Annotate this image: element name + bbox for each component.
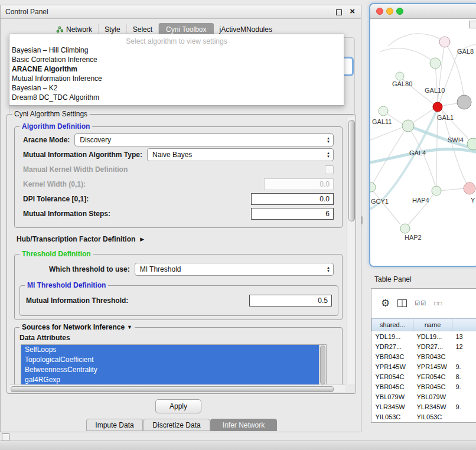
settings-horizontal-scrollbar[interactable]	[9, 384, 345, 392]
cyni-settings-group: Cyni Algorithm Settings Algorithm Defini…	[6, 114, 356, 394]
select-checked-icon[interactable]: ☑☑	[415, 300, 426, 306]
node-label[interactable]: HAP2	[405, 234, 422, 241]
column-layout-icon[interactable]	[397, 299, 407, 307]
algorithm-option[interactable]: Bayesian – Hill Climbing	[9, 45, 344, 55]
network-thick-edges	[370, 111, 476, 209]
mi-type-select[interactable]: Naive Bayes ▲▼	[147, 148, 334, 161]
node-attribute-table: shared... name YDL19...YDL19...13 YDR27.…	[371, 318, 476, 422]
mi-threshold-input[interactable]: 0.5	[249, 295, 332, 306]
which-threshold-label: Which threshold to use:	[49, 265, 130, 273]
node-label[interactable]: GAL11	[372, 118, 392, 125]
column-header-name[interactable]: name	[413, 319, 452, 331]
table-row[interactable]: YDR27...YDR27...12	[372, 341, 476, 351]
collapse-down-icon[interactable]: ▼	[127, 323, 132, 331]
table-row[interactable]: YBR043CYBR043C	[372, 351, 476, 361]
kernel-width-label: Kernel Width (0,1):	[23, 180, 86, 188]
apply-button[interactable]: Apply	[155, 399, 201, 413]
mi-threshold-label: Mutual Information Threshold:	[26, 296, 128, 305]
threshold-definition-group: Threshold Definition Which threshold to …	[14, 254, 343, 320]
hub-section-label: Hub/Transcription Factor Definition	[17, 235, 135, 243]
table-toolbar: ⚙ ☑☑ □□	[371, 289, 476, 318]
table-row[interactable]: YER054CYER054C8.	[372, 371, 476, 381]
settings-vertical-scrollbar[interactable]	[347, 117, 355, 384]
dpi-tolerance-input[interactable]: 0.0	[251, 193, 334, 205]
list-item[interactable]: BetweennessCentrality	[21, 365, 319, 375]
table-row[interactable]: YBR045CYBR045C9.	[372, 381, 476, 392]
node-circle-gal80[interactable]	[396, 72, 404, 80]
node-circle-gray[interactable]	[457, 95, 471, 109]
table-row[interactable]: YLR345WYLR345W9.	[372, 402, 476, 412]
manual-kernel-label: Manual Kernel Width Definition	[23, 165, 128, 174]
table-header-extra[interactable]	[452, 319, 476, 331]
algorithm-option[interactable]: Dream8 DC_TDC Algorithm	[9, 93, 344, 102]
close-traffic-light[interactable]	[376, 8, 383, 15]
aracne-mode-select[interactable]: Discovery ▲▼	[74, 133, 334, 146]
tab-infer-network[interactable]: Infer Network	[210, 419, 277, 431]
control-panel-window: Control Panel × Network Style Select	[0, 5, 361, 432]
settings-gear-icon[interactable]: ⚙	[381, 298, 390, 308]
table-panel-title: Table Panel	[374, 275, 412, 283]
node-circle-pink-top[interactable]	[439, 37, 450, 47]
node-circle-hap4[interactable]	[432, 186, 441, 195]
node-circle-pink-right[interactable]	[464, 182, 475, 194]
table-row[interactable]: YPR145WYPR145W9.	[372, 361, 476, 371]
data-attributes-label: Data Attributes	[19, 334, 70, 342]
algorithm-option[interactable]: Basic Correlation Inference	[9, 55, 344, 64]
node-circle-green[interactable]	[430, 58, 441, 69]
combo-arrows-icon: ▲▼	[327, 266, 330, 273]
node-label[interactable]: GAL1	[437, 114, 454, 121]
node-label[interactable]: HAP4	[412, 197, 429, 204]
kernel-width-input[interactable]: 0.0	[264, 178, 334, 190]
which-threshold-select[interactable]: MI Threshold ▲▼	[135, 263, 334, 276]
list-scrollbar[interactable]	[319, 345, 326, 385]
table-row[interactable]: YIL053CYIL053C	[372, 412, 476, 422]
list-item[interactable]: TopologicalCoefficient	[21, 355, 319, 365]
mi-steps-input[interactable]: 6	[251, 208, 334, 220]
node-circle-gal10-red[interactable]	[433, 102, 442, 112]
node-circle-swi4[interactable]	[467, 138, 476, 150]
select-unchecked-icon[interactable]: □□	[434, 300, 442, 306]
algorithm-option-selected[interactable]: ARACNE Algorithm	[9, 64, 344, 74]
algorithm-option[interactable]: Mutual Information Inference	[9, 74, 344, 83]
zoom-traffic-light[interactable]	[396, 8, 403, 15]
table-row[interactable]: YBL079WYBL079W	[372, 392, 476, 402]
node-circle-hap2[interactable]	[400, 224, 410, 233]
control-panel-title: Control Panel	[5, 8, 48, 16]
manual-kernel-checkbox[interactable]	[325, 165, 334, 174]
node-circle-gal11[interactable]	[379, 106, 388, 116]
node-label[interactable]: Y	[471, 197, 475, 204]
list-item[interactable]: gal4RGexp	[21, 375, 319, 385]
node-label[interactable]: GAL10	[425, 87, 445, 94]
node-label[interactable]: GCY1	[371, 198, 389, 205]
minimize-traffic-light[interactable]	[386, 8, 393, 15]
scrollbar-thumb[interactable]	[11, 386, 334, 392]
tab-discretize-data[interactable]: Discretize Data	[143, 419, 210, 431]
scrollbar-thumb[interactable]	[348, 120, 355, 221]
aracne-mode-label: Aracne Mode:	[23, 136, 70, 144]
float-window-icon[interactable]	[336, 9, 342, 15]
node-label[interactable]: SWI4	[448, 136, 464, 144]
network-canvas[interactable]: GAL8 GAL80 GAL10 GAL11 GAL1 SWI4 GAL4 GC…	[370, 19, 476, 266]
network-tab-icon	[56, 26, 63, 33]
close-icon[interactable]: ×	[350, 6, 355, 16]
algorithm-definition-group: Algorithm Definition Aracne Mode: Discov…	[14, 126, 343, 228]
panel-dock-icon[interactable]	[2, 433, 9, 441]
node-circle-gal1[interactable]	[402, 120, 414, 132]
mi-steps-label: Mutual Information Steps:	[23, 210, 110, 218]
threshold-definition-legend: Threshold Definition	[19, 250, 93, 258]
node-label[interactable]: GAL4	[409, 149, 426, 156]
table-header-row: shared... name	[372, 319, 476, 331]
network-view-window: GAL8 GAL80 GAL10 GAL11 GAL1 SWI4 GAL4 GC…	[369, 3, 476, 267]
node-label[interactable]: GAL8	[457, 48, 474, 55]
node-label[interactable]: GAL80	[392, 80, 412, 87]
algorithm-option[interactable]: Bayesian – K2	[9, 83, 344, 93]
collapse-right-icon: ▶	[140, 236, 144, 242]
list-item[interactable]: SelfLoops	[21, 345, 319, 355]
column-header-shared-name[interactable]: shared...	[372, 319, 413, 331]
hub-section-toggle[interactable]: Hub/Transcription Factor Definition ▶	[17, 235, 144, 243]
dpi-tolerance-label: DPI Tolerance [0,1]:	[23, 195, 89, 203]
birdseye-toggle[interactable]	[469, 21, 476, 28]
node-circle-gcy1[interactable]	[370, 182, 376, 192]
tab-impute-data[interactable]: Impute Data	[86, 419, 143, 431]
table-row[interactable]: YDL19...YDL19...13	[372, 331, 476, 342]
